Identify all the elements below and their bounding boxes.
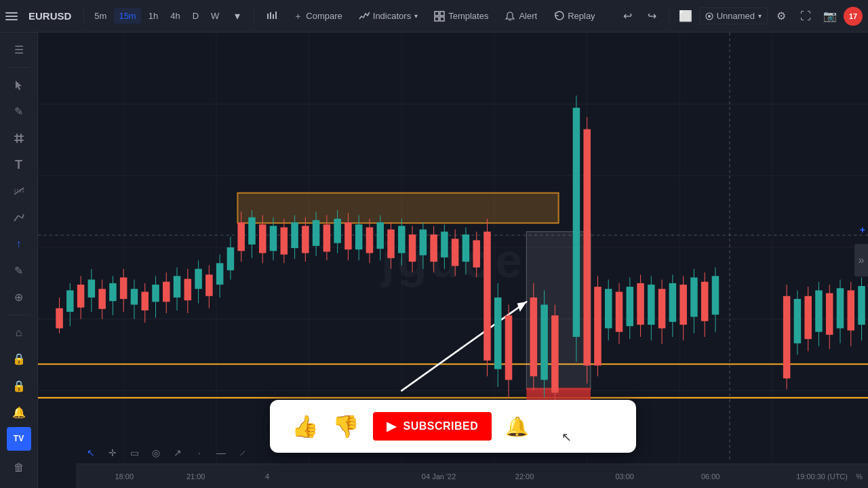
divider-1 bbox=[83, 8, 84, 24]
alert-btn[interactable]: Alert bbox=[498, 7, 544, 25]
svg-rect-63 bbox=[163, 282, 170, 302]
indicators-chevron-icon: ▾ bbox=[414, 12, 418, 20]
bottom-arrow-btn[interactable]: ↗ bbox=[168, 443, 187, 462]
svg-rect-127 bbox=[505, 315, 513, 380]
tf-15m[interactable]: 15m bbox=[114, 8, 140, 24]
svg-rect-3 bbox=[275, 12, 277, 19]
percent-label: % bbox=[856, 472, 863, 481]
sidebar-fibonacci-icon[interactable] bbox=[7, 180, 31, 203]
bottom-rect-btn[interactable]: ▭ bbox=[125, 443, 144, 462]
replay-btn[interactable]: Replay bbox=[547, 7, 601, 25]
main-toolbar: EURUSD 5m 15m 1h 4h D W ▾ ＋ Compare Indi… bbox=[0, 0, 868, 33]
svg-line-17 bbox=[14, 216, 18, 221]
svg-rect-137 bbox=[583, 129, 591, 366]
bottom-diag-btn[interactable]: ⟋ bbox=[233, 443, 252, 462]
tf-4h[interactable]: 4h bbox=[165, 8, 184, 24]
subscription-popup: 👍 👎 ▶ SUBSCRIBED 🔔 ↖ bbox=[270, 400, 636, 453]
symbol-label[interactable]: EURUSD bbox=[22, 10, 78, 22]
svg-rect-153 bbox=[669, 283, 677, 322]
redo-btn[interactable]: ↪ bbox=[642, 5, 663, 27]
bell-button[interactable]: 🔔 bbox=[505, 415, 529, 438]
timeframe-more-icon[interactable]: ▾ bbox=[226, 5, 248, 27]
bottom-hline-btn[interactable]: — bbox=[212, 443, 231, 462]
indicators-icon bbox=[359, 11, 370, 22]
tf-1h[interactable]: 1h bbox=[144, 8, 163, 24]
sidebar-divider-2 bbox=[8, 314, 30, 315]
chart-area[interactable]: jgdoe bbox=[38, 33, 868, 488]
dislike-button[interactable]: 👎 bbox=[332, 413, 359, 439]
sidebar-crosshair-icon[interactable] bbox=[7, 126, 31, 150]
bottom-circle-btn[interactable]: ◎ bbox=[146, 443, 165, 462]
svg-rect-113 bbox=[430, 235, 437, 262]
replay-icon bbox=[553, 11, 564, 22]
svg-rect-1 bbox=[270, 12, 271, 19]
tf-D[interactable]: D bbox=[188, 8, 203, 24]
like-button[interactable]: 👍 bbox=[292, 413, 319, 439]
svg-rect-73 bbox=[216, 263, 224, 285]
sidebar-pen-icon[interactable]: ✎ bbox=[7, 100, 31, 123]
sidebar-menu-icon[interactable]: ☰ bbox=[7, 38, 31, 62]
svg-rect-61 bbox=[152, 285, 159, 302]
sidebar-zoom-icon[interactable]: ⊕ bbox=[7, 285, 31, 309]
chart-type-btn[interactable] bbox=[260, 7, 284, 25]
sidebar-notification-icon[interactable]: 🔔 bbox=[7, 401, 31, 424]
svg-rect-51 bbox=[98, 289, 106, 309]
svg-rect-139 bbox=[594, 287, 601, 365]
sidebar-home-icon[interactable]: ⌂ bbox=[7, 321, 31, 344]
svg-rect-83 bbox=[270, 226, 277, 251]
fullscreen-chart-btn[interactable]: ⬜ bbox=[675, 5, 696, 27]
sidebar-cursor-icon[interactable] bbox=[7, 73, 31, 97]
time-label-04jan: 04 Jan '22 bbox=[422, 472, 456, 481]
divider-3 bbox=[669, 8, 669, 24]
svg-rect-91 bbox=[313, 220, 320, 246]
svg-rect-115 bbox=[441, 232, 448, 258]
right-plus-btn[interactable]: + bbox=[860, 224, 865, 235]
svg-rect-143 bbox=[616, 291, 623, 331]
sidebar-up-arrow-icon[interactable]: ↑ bbox=[7, 232, 31, 256]
bottom-cross-btn[interactable]: ✛ bbox=[103, 443, 122, 462]
svg-rect-13 bbox=[20, 134, 22, 143]
svg-rect-175 bbox=[848, 290, 855, 330]
svg-rect-95 bbox=[334, 219, 341, 243]
svg-rect-135 bbox=[573, 108, 580, 337]
user-avatar[interactable]: 17 bbox=[844, 7, 863, 26]
compare-btn[interactable]: ＋ Compare bbox=[287, 7, 349, 26]
tf-5m[interactable]: 5m bbox=[90, 8, 111, 24]
bottom-dot-btn[interactable]: · bbox=[190, 443, 209, 462]
menu-icon[interactable] bbox=[5, 9, 19, 23]
time-label-1800: 18:00 bbox=[115, 472, 134, 481]
svg-rect-87 bbox=[291, 222, 298, 248]
svg-rect-57 bbox=[131, 289, 138, 304]
sidebar-trash-icon[interactable]: 🗑 bbox=[7, 456, 31, 480]
sidebar-lock-icon[interactable]: 🔒 bbox=[7, 347, 31, 371]
tf-W[interactable]: W bbox=[206, 8, 224, 24]
sidebar-eraser-icon[interactable]: ✎ bbox=[7, 259, 31, 283]
camera-btn[interactable]: 📷 bbox=[819, 5, 841, 27]
svg-rect-101 bbox=[366, 227, 374, 253]
expand-panel-btn[interactable]: » bbox=[854, 244, 868, 277]
svg-rect-89 bbox=[302, 226, 309, 253]
svg-rect-6 bbox=[435, 17, 439, 21]
svg-rect-4 bbox=[435, 12, 439, 16]
indicators-btn[interactable]: Indicators ▾ bbox=[352, 7, 425, 25]
svg-rect-67 bbox=[184, 279, 192, 300]
fullscreen-btn[interactable]: ⛶ bbox=[795, 5, 816, 27]
svg-rect-2 bbox=[273, 14, 274, 19]
time-label-2200: 22:00 bbox=[515, 472, 534, 481]
bottom-cursor-btn[interactable]: ↖ bbox=[81, 443, 100, 462]
sidebar-text-icon[interactable]: T bbox=[7, 152, 31, 176]
svg-rect-97 bbox=[344, 222, 352, 249]
sidebar-lock2-icon[interactable]: 🔒 bbox=[7, 373, 31, 397]
time-label-2100: 21:00 bbox=[186, 472, 205, 481]
chart-name-dropdown[interactable]: Unnamed ▾ bbox=[699, 7, 768, 24]
svg-rect-173 bbox=[837, 288, 844, 328]
settings-btn[interactable]: ⚙ bbox=[770, 5, 792, 27]
undo-btn[interactable]: ↩ bbox=[617, 5, 639, 27]
svg-rect-119 bbox=[462, 235, 470, 262]
sidebar-patterns-icon[interactable] bbox=[7, 206, 31, 230]
svg-rect-69 bbox=[195, 269, 202, 289]
svg-rect-71 bbox=[205, 274, 213, 296]
subscribed-button[interactable]: ▶ SUBSCRIBED bbox=[373, 412, 492, 441]
templates-btn[interactable]: Templates bbox=[427, 7, 495, 25]
svg-rect-159 bbox=[701, 282, 709, 321]
